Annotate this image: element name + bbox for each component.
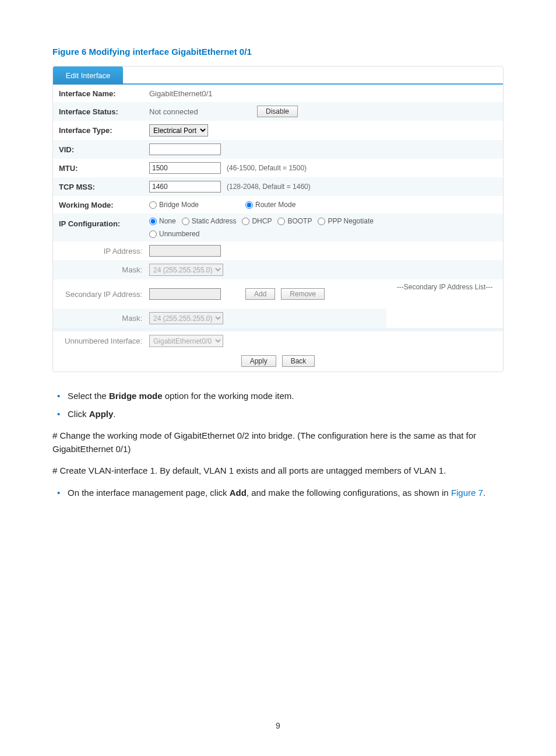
list-item: Select the Bridge mode option for the wo… [68,390,504,403]
figure-7-link[interactable]: Figure 7 [451,488,483,498]
label-interface-type: Interface Type: [59,126,149,135]
radio-ipcfg-none[interactable]: None [149,217,176,225]
radio-ipcfg-dhcp[interactable]: DHCP [242,217,272,225]
paragraph: # Change the working mode of GigabitEthe… [52,429,504,456]
list-item: On the interface management page, click … [68,487,504,500]
remove-button: Remove [281,288,325,300]
mtu-hint: (46-1500, Default = 1500) [227,164,307,172]
label-secondary-ip: Secondary IP Address: [59,290,149,299]
label-unnumbered-interface: Unnumbered Interface: [59,337,149,345]
list-item: Click Apply. [68,408,504,421]
secondary-mask-select: 24 (255.255.255.0) [149,312,223,324]
label-ip-address: IP Address: [59,247,149,256]
figure-caption: Figure 6 Modifying interface GigabitEthe… [52,47,504,57]
label-mask: Mask: [59,265,149,274]
tab-edit-interface[interactable]: Edit Interface [53,66,123,85]
radio-ipcfg-unnumbered[interactable]: Unnumbered [149,230,199,238]
label-working-mode: Working Mode: [59,201,149,209]
tcpmss-input[interactable] [149,181,221,192]
apply-button[interactable]: Apply [241,355,276,367]
label-interface-status: Interface Status: [59,107,149,116]
secondary-ip-input [149,288,221,300]
disable-button[interactable]: Disable [257,106,298,117]
value-interface-name: GigabitEthernet0/1 [149,89,497,98]
label-vid: VID: [59,145,149,154]
back-button[interactable]: Back [282,355,315,367]
add-button: Add [245,288,275,300]
ip-address-input [149,245,221,257]
vid-input[interactable] [149,144,221,155]
unnumbered-select: GigabitEthernet0/0 [149,335,223,347]
radio-router-mode[interactable]: Router Mode [245,201,295,209]
tcpmss-hint: (128-2048, Default = 1460) [227,183,311,191]
mtu-input[interactable] [149,162,221,174]
secondary-ip-list-header: ---Secondary IP Address List--- [386,279,503,295]
radio-ipcfg-bootp[interactable]: BOOTP [277,217,312,225]
edit-interface-panel: Edit Interface Interface Name: GigabitEt… [52,66,504,372]
radio-ipcfg-ppp[interactable]: PPP Negotiate [318,217,374,225]
label-tcpmss: TCP MSS: [59,183,149,191]
paragraph: # Create VLAN-interface 1. By default, V… [52,464,504,478]
label-interface-name: Interface Name: [59,89,149,98]
value-interface-status: Not connected [149,107,251,116]
radio-ipcfg-static[interactable]: Static Address [182,217,237,225]
label-secondary-mask: Mask: [59,314,149,323]
interface-type-select[interactable]: Electrical Port [149,124,208,136]
page-number: 9 [52,721,504,730]
label-ip-configuration: IP Configuration: [59,217,149,228]
mask-select: 24 (255.255.255.0) [149,264,223,276]
label-mtu: MTU: [59,164,149,173]
radio-bridge-mode[interactable]: Bridge Mode [149,201,240,209]
